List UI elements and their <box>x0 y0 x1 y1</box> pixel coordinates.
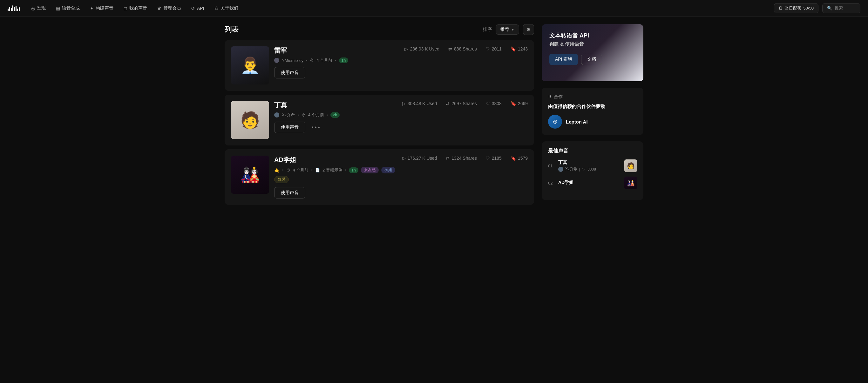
sidebar: 文本转语音 API 创建 & 使用语音 API 密钥 文档 ⠿ 合作 由值得信赖… <box>542 24 643 209</box>
bookmarks-count: 2669 <box>518 101 528 106</box>
search-icon: 🔍 <box>827 6 832 10</box>
nav-tts[interactable]: ▦ 语音合成 <box>52 3 84 13</box>
avatar-leijun: 👨‍💼 <box>231 46 269 85</box>
card-stats-dingzhen: ▷ 308.48 K Used ⇄ 2697 Shares ♡ 3808 🔖 2… <box>402 101 528 106</box>
nav-api[interactable]: ⟳ API <box>187 4 208 13</box>
time-ago: 4 个月前 <box>308 112 324 118</box>
content-area: 列表 排序 推荐 ▼ ⚙ 👨‍💼 <box>225 24 534 209</box>
avatar-ad: 🎎 <box>231 156 269 194</box>
api-promo: 文本转语音 API 创建 & 使用语音 API 密钥 文档 <box>542 24 643 81</box>
voice-name-dingzhen: 丁真 <box>274 101 397 109</box>
logo-icon <box>8 5 20 11</box>
partners-label: 合作 <box>554 94 563 100</box>
author-name: Xz乔希 <box>282 112 295 118</box>
use-voice-button-ad[interactable]: 使用声音 <box>274 187 305 198</box>
main-layout: 列表 排序 推荐 ▼ ⚙ 👨‍💼 <box>217 17 651 209</box>
nav-about[interactable]: ⚇ 关于我们 <box>211 3 242 13</box>
membership-icon: ♛ <box>157 6 161 11</box>
quota-value: 50/50 <box>803 6 814 10</box>
clock-icon: ⏱ <box>286 168 290 172</box>
partners-title: 由值得信赖的合作伙伴驱动 <box>548 103 637 109</box>
heart-icon: ♡ <box>486 46 490 52</box>
api-promo-title: 文本转语音 API <box>549 32 636 39</box>
api-promo-subtitle: 创建 & 使用语音 <box>549 41 636 47</box>
search-placeholder: 搜索 <box>835 5 843 11</box>
logo <box>8 5 20 11</box>
voice-card-dingzhen: 🧑 丁真 Xz乔希 • ⏱ 4 个月前 • zh 使用声音 <box>225 95 534 146</box>
best-voices-title: 最佳声音 <box>548 148 637 154</box>
tag-calm: 舒缓 <box>274 176 289 183</box>
lang-badge-zh: zh <box>339 58 348 63</box>
filter-icon: ⚙ <box>526 27 531 32</box>
filter-button[interactable]: ⚙ <box>523 24 534 35</box>
best-voice-name-2: AD学姐 <box>558 180 620 186</box>
tag-girlfriend: 女友感 <box>361 167 379 173</box>
used-count: 176.27 K Used <box>408 156 437 161</box>
quota-badge: 🗒 当日配额 50/50 <box>774 3 818 13</box>
about-icon: ⚇ <box>214 6 219 11</box>
bookmark-icon: 🔖 <box>510 101 516 106</box>
time-ago: 4 个月前 <box>293 167 309 173</box>
quota-label: 当日配额 <box>785 5 801 11</box>
search-bar[interactable]: 🔍 搜索 <box>822 3 860 13</box>
clock-icon: ⏱ <box>310 58 314 63</box>
author-avatar <box>274 58 279 63</box>
likes-count: 2185 <box>492 156 502 161</box>
page-header: 列表 排序 推荐 ▼ ⚙ <box>225 24 534 35</box>
play-icon: ▷ <box>402 101 406 106</box>
best-likes-1: 3808 <box>587 167 596 171</box>
nav-my-voice[interactable]: ◻ 我的声音 <box>120 3 151 13</box>
bookmarks-count: 1579 <box>518 156 528 161</box>
voice-card-ad: 🎎 AD学姐 🤙 • ⏱ 4 个月前 • 📄 2 音频示例 • zh <box>225 149 534 205</box>
use-voice-button-leijun[interactable]: 使用声音 <box>274 67 305 78</box>
shares-count: 888 Shares <box>454 46 477 52</box>
page-title: 列表 <box>225 25 239 34</box>
api-icon: ⟳ <box>191 6 195 11</box>
bookmark-icon: 🔖 <box>510 156 516 161</box>
best-voice-2: 02 AD学姐 🎎 <box>548 177 637 189</box>
voice-name-leijun: 雷军 <box>274 46 399 55</box>
nav-membership[interactable]: ♛ 管理会员 <box>153 3 185 13</box>
share-icon: ⇄ <box>448 46 452 52</box>
navbar: ◎ 发现 ▦ 语音合成 ✦ 构建声音 ◻ 我的声音 ♛ 管理会员 ⟳ API ⚇… <box>0 0 868 17</box>
chevron-down-icon: ▼ <box>511 28 515 31</box>
partner-logo-lepton: ⊕ <box>548 115 562 129</box>
partners-icon: ⠿ <box>548 94 551 99</box>
best-avatar-1: 🧑 <box>624 159 637 172</box>
best-avatar-2: 🎎 <box>624 177 637 189</box>
likes-count: 3808 <box>492 101 502 106</box>
sort-area: 排序 推荐 ▼ ⚙ <box>483 24 534 35</box>
voice-meta-ad: 🤙 • ⏱ 4 个月前 • 📄 2 音频示例 • zh 女友感 御姐 舒缓 <box>274 167 397 183</box>
card-stats-ad: ▷ 176.27 K Used ⇄ 1324 Shares ♡ 2185 🔖 1… <box>402 156 528 161</box>
heart-icon: ♡ <box>486 156 490 161</box>
build-icon: ✦ <box>90 6 94 11</box>
shares-count: 2697 Shares <box>452 101 476 106</box>
bookmarks-count: 1243 <box>518 46 528 52</box>
voice-meta-dingzhen: Xz乔希 • ⏱ 4 个月前 • zh <box>274 112 397 118</box>
discover-icon: ◎ <box>31 6 35 11</box>
use-voice-button-dingzhen[interactable]: 使用声音 <box>274 122 305 133</box>
docs-button[interactable]: 文档 <box>581 54 602 65</box>
nav-build[interactable]: ✦ 构建声音 <box>86 3 117 13</box>
voice-name-ad: AD学姐 <box>274 156 397 164</box>
tag-sister: 御姐 <box>381 167 395 173</box>
my-voice-icon: ◻ <box>124 6 127 11</box>
file-icon: 📄 <box>315 168 320 172</box>
partner-name-lepton: Lepton AI <box>566 119 588 125</box>
rank-1: 01 <box>548 164 554 168</box>
sort-label: 排序 <box>483 27 492 32</box>
shares-count: 1324 Shares <box>452 156 476 161</box>
rank-2: 02 <box>548 181 554 186</box>
api-key-button[interactable]: API 密钥 <box>549 54 578 65</box>
lang-badge-zh: zh <box>349 167 358 173</box>
voice-meta-leijun: YMiemie-cy • ⏱ 4 个月前 • zh <box>274 58 399 63</box>
nav-discover[interactable]: ◎ 发现 <box>27 3 50 13</box>
used-count: 308.48 K Used <box>408 101 437 106</box>
play-icon: ▷ <box>404 46 408 52</box>
sort-dropdown[interactable]: 推荐 ▼ <box>496 25 519 35</box>
audio-examples: 2 音频示例 <box>322 167 342 173</box>
lang-badge-zh: zh <box>331 112 340 118</box>
partner-lepton: ⊕ Lepton AI <box>548 115 637 129</box>
more-options-button-dingzhen[interactable]: • • • <box>309 123 322 131</box>
best-voice-1: 01 丁真 Xz乔希 | ♡ 3808 🧑 <box>548 159 637 172</box>
